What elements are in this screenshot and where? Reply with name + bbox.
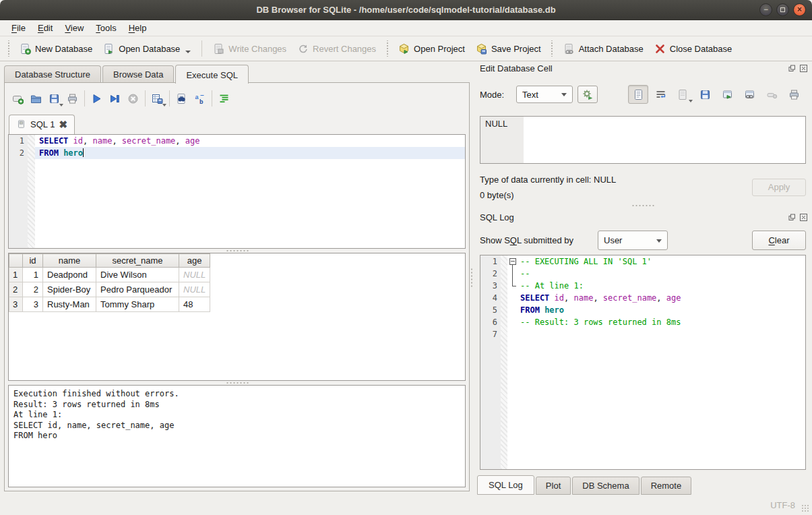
- cell-age[interactable]: 48: [179, 297, 210, 312]
- float-dock-icon[interactable]: [788, 64, 797, 73]
- format-sql-button[interactable]: [215, 90, 233, 108]
- sql-doc-tabs: SQL 1✖: [9, 113, 75, 133]
- cell-secret_name[interactable]: Dive Wilson: [96, 268, 179, 282]
- new-tab-icon: [12, 93, 24, 104]
- close-dock-icon[interactable]: [799, 64, 808, 73]
- gutter-margin: [501, 280, 507, 292]
- cell-secret_name[interactable]: Pedro Parqueador: [96, 282, 179, 297]
- code-line: 1SELECT id, name, secret_name, age: [9, 135, 465, 147]
- save-sql-file-button[interactable]: [45, 90, 63, 108]
- save-sql-file-icon: [49, 93, 60, 104]
- cell-id[interactable]: 3: [23, 297, 43, 312]
- bottom-tab-remote[interactable]: Remote: [641, 477, 692, 495]
- cell-type-info: Type of data currently in cell: NULL: [480, 175, 616, 185]
- find-replace-button[interactable]: [173, 90, 191, 108]
- cell-age[interactable]: NULL: [179, 282, 210, 297]
- copy-link-button[interactable]: [739, 85, 759, 104]
- revert-changes-icon: [297, 43, 309, 55]
- cell-name[interactable]: Spider-Boy: [43, 282, 96, 297]
- export-cell-button[interactable]: [717, 85, 737, 104]
- line-number: 5: [480, 304, 501, 316]
- code-line: 2--: [480, 268, 805, 280]
- find-replace-icon: [176, 93, 187, 104]
- sql-doc-tab[interactable]: SQL 1✖: [9, 115, 75, 134]
- minimize-button[interactable]: −: [759, 3, 772, 16]
- mode-select[interactable]: Text: [516, 86, 573, 103]
- fold-marker-icon: [507, 304, 518, 316]
- gutter-margin: [501, 268, 507, 280]
- open-database-button[interactable]: Open Database: [98, 40, 196, 58]
- cell-age[interactable]: NULL: [179, 268, 210, 282]
- cell-secret_name[interactable]: Tommy Sharp: [96, 297, 179, 312]
- execute-all-button[interactable]: [88, 90, 106, 108]
- log-filter-label: Show SQL submitted by: [480, 235, 573, 245]
- new-tab-button[interactable]: [9, 90, 27, 108]
- row-number[interactable]: 1: [9, 268, 23, 282]
- sql-log-output[interactable]: 1-- EXECUTING ALL IN 'SQL 1'2--3-- At li…: [480, 255, 806, 470]
- maximize-button[interactable]: [776, 3, 789, 16]
- fold-marker-icon[interactable]: [507, 255, 518, 268]
- word-wrap-button[interactable]: [650, 85, 670, 104]
- code-text: [518, 328, 805, 340]
- menu-edit[interactable]: Edit: [32, 21, 59, 35]
- dock-splitter[interactable]: [474, 204, 812, 208]
- menu-view[interactable]: View: [59, 21, 90, 35]
- cell-name[interactable]: Deadpond: [43, 268, 96, 282]
- svg-text:a: a: [195, 94, 199, 100]
- line-number: 6: [480, 316, 501, 328]
- column-header-name[interactable]: name: [43, 254, 96, 268]
- save-project-button[interactable]: Save Project: [470, 40, 546, 58]
- tab-browse-data[interactable]: Browse Data: [102, 65, 174, 83]
- new-database-button[interactable]: New Database: [14, 40, 98, 58]
- gutter-margin: [501, 328, 507, 340]
- text-mode-button[interactable]: [628, 85, 648, 104]
- open-sql-file-icon: [30, 93, 42, 104]
- edit-cell-dock-title: Edit Database Cell: [480, 63, 553, 73]
- menu-file[interactable]: File: [5, 21, 32, 35]
- bottom-tab-plot[interactable]: Plot: [536, 477, 571, 495]
- open-sql-file-button[interactable]: [27, 90, 45, 108]
- tab-execute-sql[interactable]: Execute SQL: [175, 65, 249, 84]
- sql-editor[interactable]: 1SELECT id, name, secret_name, age2FROM …: [8, 134, 466, 249]
- toolbar-handle[interactable]: [7, 40, 10, 57]
- save-as-button[interactable]: [695, 85, 715, 104]
- mode-label: Mode:: [480, 90, 504, 100]
- close-database-button[interactable]: Close Database: [649, 40, 738, 58]
- autocomplete-button[interactable]: ab: [191, 90, 209, 108]
- clear-log-button[interactable]: Clear: [752, 231, 806, 250]
- toolbar-button-label: Open Database: [119, 44, 180, 54]
- bottom-tab-db-schema[interactable]: DB Schema: [572, 477, 639, 495]
- bottom-tab-sql-log[interactable]: SQL Log: [477, 475, 534, 495]
- copy-link-icon: [744, 89, 755, 100]
- column-header-secret_name[interactable]: secret_name: [96, 254, 179, 268]
- tab-database-structure[interactable]: Database Structure: [4, 65, 101, 83]
- corner-header[interactable]: [9, 254, 23, 268]
- column-header-age[interactable]: age: [179, 254, 210, 268]
- close-button[interactable]: ×: [793, 3, 806, 16]
- attach-database-button[interactable]: Attach Database: [558, 40, 649, 58]
- row-number[interactable]: 2: [9, 282, 23, 297]
- open-project-button[interactable]: Open Project: [393, 40, 470, 58]
- float-dock-icon[interactable]: [788, 213, 797, 222]
- cell-id[interactable]: 1: [23, 268, 43, 282]
- menu-tools[interactable]: Tools: [90, 21, 122, 35]
- close-dock-icon[interactable]: [799, 213, 808, 222]
- cell-id[interactable]: 2: [23, 282, 43, 297]
- resize-grip-icon[interactable]: [801, 504, 809, 512]
- svg-text:b: b: [199, 98, 204, 104]
- auto-switch-mode-button[interactable]: [577, 86, 598, 103]
- save-results-button[interactable]: [148, 90, 166, 108]
- autocomplete-icon: ab: [194, 93, 206, 104]
- print-icon: [67, 93, 78, 104]
- close-tab-icon[interactable]: ✖: [59, 120, 67, 129]
- cell-value-editor[interactable]: NULL: [480, 116, 806, 164]
- execute-current-line-button[interactable]: [106, 90, 124, 108]
- menu-help[interactable]: Help: [123, 21, 153, 35]
- print-cell-button[interactable]: [784, 85, 804, 104]
- cell-name[interactable]: Rusty-Man: [43, 297, 96, 312]
- row-number[interactable]: 3: [9, 297, 23, 312]
- print-button[interactable]: [63, 90, 82, 108]
- fold-marker-icon: [507, 280, 518, 292]
- log-filter-select[interactable]: User: [598, 231, 668, 250]
- column-header-id[interactable]: id: [23, 254, 43, 268]
